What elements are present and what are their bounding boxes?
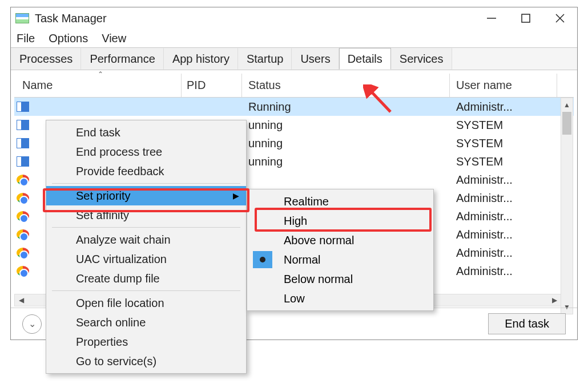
priority-above-normal[interactable]: Above normal [247, 231, 433, 250]
tab-processes[interactable]: Processes [11, 48, 81, 70]
col-name[interactable]: Name [22, 79, 53, 92]
ctx-end-process-tree[interactable]: End process tree [46, 142, 246, 161]
chrome-icon [17, 248, 29, 258]
ctx-open-file-location[interactable]: Open file location [46, 293, 246, 313]
menu-view[interactable]: View [102, 32, 126, 45]
minimize-button[interactable] [474, 7, 509, 29]
col-status[interactable]: Status [248, 79, 281, 92]
annotation-arrow-icon [363, 84, 397, 119]
col-pid[interactable]: PID [187, 79, 206, 92]
priority-high[interactable]: High [247, 211, 433, 231]
window-title: Task Manager [35, 12, 474, 25]
close-button[interactable] [543, 7, 577, 29]
tab-performance[interactable]: Performance [81, 48, 164, 70]
scroll-right-icon[interactable]: ▶ [548, 294, 561, 306]
tab-users[interactable]: Users [292, 48, 339, 70]
vertical-scrollbar[interactable]: ▲ ▼ [561, 98, 573, 314]
title-bar: Task Manager [11, 7, 577, 29]
svg-rect-1 [522, 14, 530, 22]
ctx-set-priority[interactable]: Set priority▶ [46, 186, 246, 205]
scroll-thumb[interactable] [562, 112, 571, 135]
submenu-arrow-icon: ▶ [233, 191, 239, 200]
menu-options[interactable]: Options [49, 32, 88, 45]
ctx-go-to-services[interactable]: Go to service(s) [46, 351, 246, 371]
process-icon [17, 120, 29, 130]
app-icon [15, 13, 29, 23]
chrome-icon [17, 211, 29, 221]
chrome-icon [17, 266, 29, 276]
table-row[interactable]: Running Administr... [14, 98, 574, 116]
current-indicator-icon [260, 257, 265, 262]
priority-low[interactable]: Low [247, 289, 433, 308]
menu-separator [52, 227, 240, 228]
fewer-details-button[interactable]: ⌄ [22, 314, 42, 334]
tab-services[interactable]: Services [391, 48, 452, 70]
process-icon [17, 138, 29, 148]
ctx-set-affinity[interactable]: Set affinity [46, 205, 246, 225]
menu-separator [52, 290, 240, 291]
chrome-icon [17, 229, 29, 240]
menu-separator [52, 183, 240, 184]
tab-app-history[interactable]: App history [164, 48, 238, 70]
scroll-up-icon[interactable]: ▲ [561, 98, 573, 112]
col-user[interactable]: User name [456, 79, 512, 92]
tab-details[interactable]: Details [339, 48, 391, 70]
process-icon [17, 156, 29, 167]
process-icon [17, 102, 29, 112]
ctx-analyze-wait-chain[interactable]: Analyze wait chain [46, 230, 246, 249]
scroll-left-icon[interactable]: ◀ [15, 294, 27, 306]
menu-bar: File Options View [11, 29, 577, 47]
ctx-create-dump-file[interactable]: Create dump file [46, 269, 246, 288]
sort-indicator-icon: ⌃ [98, 70, 103, 78]
tab-bar: Processes Performance App history Startu… [11, 47, 577, 70]
context-menu: End task End process tree Provide feedba… [46, 120, 247, 374]
priority-realtime[interactable]: Realtime [247, 192, 433, 211]
ctx-end-task[interactable]: End task [46, 123, 246, 142]
ctx-uac-virtualization[interactable]: UAC virtualization [46, 249, 246, 269]
ctx-set-priority-label: Set priority [76, 189, 131, 203]
column-headers: ⌃ Name PID Status User name [14, 74, 574, 98]
menu-file[interactable]: File [17, 32, 35, 45]
chrome-icon [17, 175, 29, 185]
end-task-button[interactable]: End task [488, 313, 566, 334]
tab-startup[interactable]: Startup [238, 48, 292, 70]
priority-below-normal[interactable]: Below normal [247, 269, 433, 289]
priority-normal[interactable]: Normal [247, 250, 433, 269]
priority-normal-label: Normal [284, 253, 320, 266]
svg-line-4 [369, 89, 390, 112]
ctx-provide-feedback[interactable]: Provide feedback [46, 161, 246, 181]
chrome-icon [17, 193, 29, 203]
ctx-properties[interactable]: Properties [46, 332, 246, 351]
maximize-button[interactable] [509, 7, 543, 29]
priority-submenu: Realtime High Above normal Normal Below … [247, 189, 434, 311]
ctx-search-online[interactable]: Search online [46, 313, 246, 332]
